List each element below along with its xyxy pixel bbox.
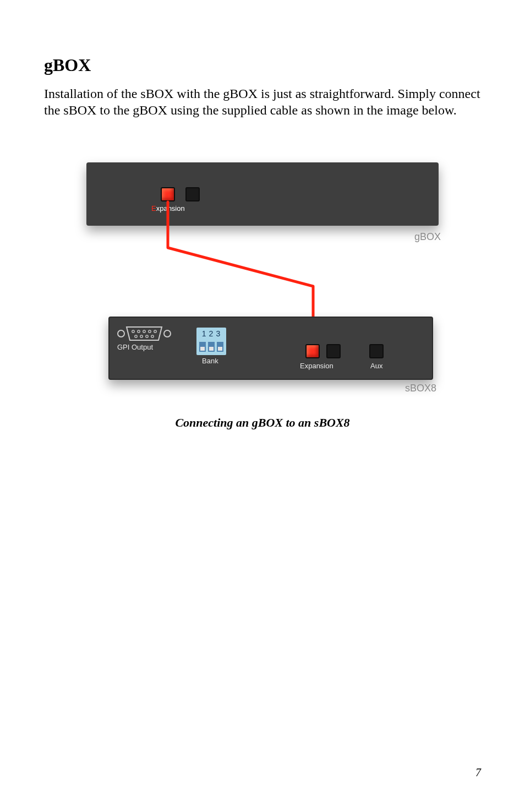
sbox-expansion-label: Expansion: [300, 362, 333, 370]
gbox-expansion-port-1: [161, 187, 175, 201]
svg-point-5: [149, 330, 151, 333]
bank-label: Bank: [202, 357, 218, 365]
gbox-expansion-port-2: [185, 187, 200, 201]
gbox-device: [86, 162, 439, 226]
svg-point-8: [140, 335, 143, 337]
figure-caption: Connecting an gBOX to an sBOX8: [44, 416, 481, 430]
dip-3: [217, 342, 223, 352]
svg-point-6: [154, 330, 156, 333]
svg-point-3: [138, 330, 140, 333]
diagram-container: Expansion gBOX GPI Output 123: [44, 162, 481, 399]
svg-point-10: [151, 335, 154, 337]
aux-label: Aux: [370, 362, 382, 370]
body-paragraph: Installation of the sBOX with the gBOX i…: [44, 85, 481, 118]
bank-numbers: 123: [196, 329, 226, 338]
sbox-label: sBOX8: [405, 383, 436, 394]
dip-2: [208, 342, 215, 352]
dip-row: [196, 342, 226, 352]
bank-dip-switch: 123: [196, 328, 226, 355]
svg-point-0: [118, 330, 124, 337]
db9-connector-icon: [117, 325, 172, 342]
page-number: 7: [475, 766, 481, 779]
sbox-expansion-port-1: [305, 344, 320, 358]
svg-point-2: [132, 330, 134, 333]
gbox-expansion-label-rest: xpansion: [156, 204, 185, 212]
svg-point-1: [164, 330, 171, 337]
svg-point-7: [135, 335, 137, 337]
gbox-expansion-label: Expansion: [151, 204, 185, 212]
sbox-aux-port: [369, 344, 384, 358]
svg-point-9: [146, 335, 148, 337]
gpi-output-label: GPI Output: [117, 343, 153, 351]
svg-point-4: [143, 330, 145, 333]
connection-diagram: Expansion gBOX GPI Output 123: [86, 162, 439, 399]
section-heading: gBOX: [44, 55, 481, 75]
gbox-expansion-label-e: E: [151, 204, 156, 212]
gbox-label: gBOX: [414, 231, 441, 243]
dip-1: [199, 342, 206, 352]
sbox-expansion-port-2: [326, 344, 341, 358]
